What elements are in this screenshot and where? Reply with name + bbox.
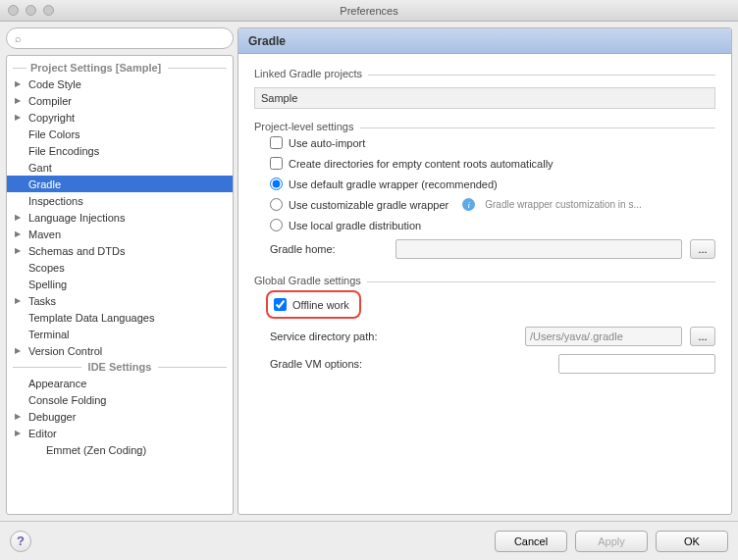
custom-wrapper-hint: Gradle wrapper customization in s... (485, 199, 642, 210)
service-dir-input[interactable] (525, 327, 682, 346)
tree-item[interactable]: Schemas and DTDs (7, 242, 233, 259)
default-wrapper-radio[interactable] (270, 178, 283, 190)
create-dirs-row: Create directories for empty content roo… (254, 153, 715, 174)
minimize-window-icon[interactable] (26, 5, 36, 16)
panel-title: Gradle (238, 28, 731, 54)
auto-import-checkbox[interactable] (270, 136, 283, 149)
vm-options-row: Gradle VM options: (254, 350, 715, 378)
default-wrapper-row: Use default gradle wrapper (recommended) (254, 174, 715, 194)
gradle-home-browse-button[interactable]: ... (690, 239, 715, 259)
sidebar: ⌕ Project Settings [Sample] Code StyleCo… (6, 27, 234, 515)
linked-project-row[interactable]: Sample (254, 87, 715, 109)
offline-work-label: Offline work (292, 299, 349, 311)
settings-tree[interactable]: Project Settings [Sample] Code StyleComp… (6, 55, 234, 515)
tree-item[interactable]: Gant (7, 159, 233, 176)
linked-projects-fieldset: Linked Gradle projects Sample (254, 68, 715, 109)
tree-item[interactable]: File Encodings (7, 142, 233, 159)
custom-wrapper-radio[interactable] (270, 198, 283, 211)
project-level-legend: Project-level settings (254, 121, 360, 132)
close-window-icon[interactable] (8, 5, 19, 16)
tree-item[interactable]: Spelling (7, 276, 233, 292)
window-controls (8, 5, 54, 16)
info-icon[interactable]: i (462, 198, 475, 211)
linked-project-name: Sample (261, 92, 297, 104)
service-dir-label: Service directory path: (270, 331, 388, 342)
zoom-window-icon[interactable] (43, 5, 54, 16)
tree-item[interactable]: Copyright (7, 109, 233, 126)
vm-options-input[interactable] (558, 354, 715, 374)
project-settings-header: Project Settings [Sample] (7, 60, 233, 76)
tree-item[interactable]: Editor (7, 425, 233, 441)
service-dir-row: Service directory path: ... (254, 323, 715, 350)
custom-wrapper-label: Use customizable gradle wrapper (289, 199, 448, 211)
auto-import-label: Use auto-import (289, 137, 365, 149)
gradle-home-input[interactable] (395, 239, 682, 259)
global-legend: Global Gradle settings (254, 275, 367, 286)
local-dist-radio[interactable] (270, 219, 283, 231)
panel-body: Linked Gradle projects Sample Project-le… (238, 54, 731, 514)
window-title: Preferences (340, 5, 397, 17)
offline-work-highlight: Offline work (266, 290, 361, 319)
content: ⌕ Project Settings [Sample] Code StyleCo… (0, 22, 738, 521)
tree-item[interactable]: Compiler (7, 92, 233, 109)
main-panel: Gradle Linked Gradle projects Sample Pro… (237, 27, 732, 515)
ok-button[interactable]: OK (656, 531, 728, 552)
tree-item[interactable]: Terminal (7, 326, 233, 342)
ide-settings-header: IDE Settings (7, 359, 233, 375)
help-button[interactable]: ? (10, 531, 31, 552)
tree-item[interactable]: File Colors (7, 126, 233, 142)
linked-projects-legend: Linked Gradle projects (254, 68, 368, 79)
tree-item[interactable]: Gradle (7, 176, 233, 192)
global-fieldset: Global Gradle settings Offline work Serv… (254, 275, 715, 378)
tree-item[interactable]: Maven (7, 226, 233, 242)
search-icon: ⌕ (15, 32, 22, 44)
create-dirs-label: Create directories for empty content roo… (289, 158, 554, 170)
tree-item[interactable]: Console Folding (7, 391, 233, 408)
auto-import-row: Use auto-import (254, 132, 715, 153)
tree-item[interactable]: Debugger (7, 408, 233, 425)
cancel-button[interactable]: Cancel (495, 531, 567, 552)
search-field-wrap[interactable]: ⌕ (6, 27, 234, 49)
tree-item[interactable]: Code Style (7, 76, 233, 92)
custom-wrapper-row: Use customizable gradle wrapper i Gradle… (254, 194, 715, 215)
tree-item[interactable]: Scopes (7, 259, 233, 276)
tree-item[interactable]: Language Injections (7, 209, 233, 226)
create-dirs-checkbox[interactable] (270, 157, 283, 170)
local-dist-row: Use local gradle distribution (254, 215, 715, 235)
tree-item[interactable]: Appearance (7, 375, 233, 391)
default-wrapper-label: Use default gradle wrapper (recommended) (289, 178, 498, 190)
tree-item[interactable]: Emmet (Zen Coding) (7, 441, 233, 458)
tree-item[interactable]: Template Data Languages (7, 309, 233, 326)
offline-work-checkbox[interactable] (274, 298, 287, 311)
apply-button[interactable]: Apply (575, 531, 648, 552)
project-level-fieldset: Project-level settings Use auto-import C… (254, 121, 715, 263)
offline-work-row: Offline work (270, 294, 349, 315)
vm-options-label: Gradle VM options: (270, 358, 388, 370)
footer: ? Cancel Apply OK (0, 521, 738, 560)
tree-item[interactable]: Inspections (7, 192, 233, 209)
titlebar: Preferences (0, 0, 738, 22)
tree-item[interactable]: Version Control (7, 342, 233, 359)
tree-item[interactable]: Tasks (7, 292, 233, 309)
gradle-home-row: Gradle home: ... (254, 235, 715, 263)
local-dist-label: Use local gradle distribution (289, 220, 421, 231)
search-input[interactable] (26, 31, 225, 45)
service-dir-browse-button[interactable]: ... (690, 327, 715, 346)
gradle-home-label: Gradle home: (270, 243, 388, 255)
